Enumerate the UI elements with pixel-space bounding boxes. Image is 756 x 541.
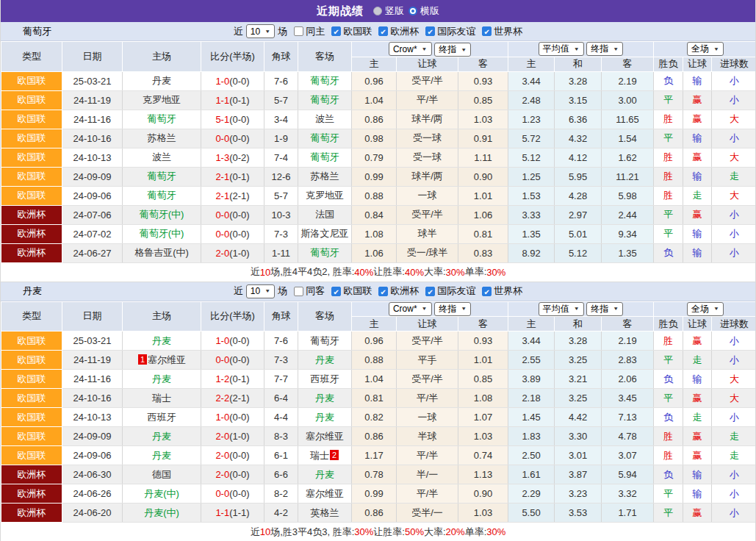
handicap-cell: 一球 [397, 408, 458, 427]
avg-draw-cell: 6.36 [555, 110, 602, 129]
goals-result-cell: 走 [712, 446, 756, 465]
home-team-cell: 葡萄牙 [123, 167, 201, 186]
avg-home-cell: 2.50 [508, 446, 555, 465]
goals-result-cell: 小 [712, 90, 756, 110]
halftime-score: (2-1) [229, 190, 249, 201]
competition-checkbox[interactable]: ✔ [331, 26, 341, 36]
score-cell: 0-0(0-0) [201, 224, 264, 243]
score-cell: 0-0(0-0) [201, 129, 264, 148]
handicap-result-cell: 走 [683, 408, 712, 427]
corner-cell: 8-3 [264, 427, 298, 446]
summary-segment: 10 [260, 526, 270, 537]
home-team-name: 葡萄牙 [148, 113, 176, 124]
competition-checkbox[interactable]: ✔ [378, 287, 388, 296]
same-venue-checkbox[interactable] [294, 287, 303, 296]
corner-cell: 7-6 [264, 332, 298, 351]
same-venue-checkbox[interactable] [294, 26, 303, 36]
home-team-name: 丹麦(中) [144, 507, 179, 518]
final-index-select[interactable]: 终指▼ [586, 42, 623, 56]
radio-icon[interactable] [408, 7, 417, 15]
goals-result-cell: 小 [712, 224, 756, 243]
avg-away-cell: 9.34 [602, 224, 654, 243]
handicap-cell: 受平/半 [397, 71, 458, 90]
date-cell: 24-06-20 [62, 504, 123, 523]
corner-cell: 6-6 [264, 465, 298, 484]
final-index-select-value: 终指 [439, 303, 456, 315]
fulltime-score: 2-0 [215, 469, 229, 480]
avg-home-cell: 5.72 [508, 129, 555, 148]
layout-radio-option[interactable]: 竖版 [373, 4, 404, 18]
fulltime-score: 1-0 [215, 76, 229, 87]
fulltime-score: 0-0 [215, 354, 229, 365]
sub-column-header: 让球 [397, 57, 458, 71]
competition-label: 国际友谊 [437, 25, 475, 38]
sub-column-header: 客 [602, 317, 654, 332]
away-team-name: 塞尔维亚 [306, 431, 344, 442]
filter-near-label: 近 [234, 25, 243, 38]
sub-column-header: 进球数 [712, 57, 756, 71]
average-select[interactable]: 平均值▼ [539, 302, 584, 316]
match-count-select[interactable]: 10▼ [246, 24, 275, 38]
date-cell: 24-06-30 [62, 465, 123, 484]
home-team-name: 葡萄牙 [148, 190, 176, 201]
avg-draw-cell: 5.01 [555, 224, 602, 243]
bookmaker-select[interactable]: Crow*▼ [389, 302, 432, 316]
avg-home-cell: 8.92 [508, 243, 555, 262]
competition-checkbox[interactable]: ✔ [482, 287, 492, 296]
table-row: 欧洲杯24-06-26丹麦(中)0-0(0-0)8-2塞尔维亚0.99平/半0.… [1, 484, 756, 504]
results-table: 类型日期主场比分(半场)角球客场Crow*▼ 终指▼平均值▼ 终指▼全场▼主让球… [1, 41, 756, 263]
avg-home-cell: 1.25 [508, 167, 555, 186]
title-bar: 近期战绩 竖版横版 [1, 0, 755, 22]
summary-segment: 让胜率: [373, 265, 405, 279]
competition-checkbox[interactable]: ✔ [378, 26, 388, 36]
final-index-select[interactable]: 终指▼ [434, 302, 471, 316]
scope-select[interactable]: 全场▼ [687, 42, 724, 56]
bookmaker-select[interactable]: Crow*▼ [389, 42, 432, 56]
competition-checkbox[interactable]: ✔ [425, 287, 435, 296]
score-cell: 2-1(2-1) [201, 186, 264, 205]
odds-away-cell: 1.13 [458, 465, 508, 484]
table-row: 欧国联24-10-16瑞士2-2(2-1)6-4丹麦0.81平/半1.082.1… [1, 389, 756, 408]
odds-away-cell: 1.03 [458, 427, 508, 446]
layout-radio-option[interactable]: 横版 [408, 4, 439, 18]
radio-icon[interactable] [373, 7, 382, 15]
goals-result-cell: 小 [712, 351, 756, 370]
match-count-select[interactable]: 10▼ [246, 284, 275, 298]
avg-home-cell: 3.44 [508, 71, 555, 90]
date-cell: 24-07-02 [62, 224, 123, 243]
type-cell: 欧洲杯 [1, 504, 62, 523]
away-team-name: 英格兰 [311, 507, 339, 518]
competition-checkbox[interactable]: ✔ [331, 287, 341, 296]
page-title: 近期战绩 [317, 4, 364, 18]
final-index-select[interactable]: 终指▼ [586, 302, 623, 316]
score-cell: 2-2(2-1) [201, 389, 264, 408]
odds-away-cell: 0.90 [458, 167, 508, 186]
result-cell: 平 [654, 484, 683, 504]
average-select[interactable]: 平均值▼ [539, 42, 584, 56]
avg-draw-cell: 3.87 [555, 465, 602, 484]
handicap-cell: 球半 [397, 224, 458, 243]
scope-select[interactable]: 全场▼ [687, 302, 724, 316]
score-cell: 2-0(0-0) [201, 446, 264, 465]
summary-segment: 大率: [424, 265, 446, 279]
fulltime-score: 2-2 [215, 393, 229, 404]
final-index-select[interactable]: 终指▼ [434, 43, 471, 57]
filter-band: 丹麦近10▼场同客✔欧国联✔欧洲杯✔国际友谊✔世界杯 [1, 282, 755, 301]
home-team-cell: 格鲁吉亚(中) [123, 243, 201, 262]
home-team-name: 克罗地亚 [143, 94, 181, 105]
type-cell: 欧国联 [1, 427, 62, 446]
competition-label: 世界杯 [494, 284, 522, 298]
competition-checkbox[interactable]: ✔ [482, 26, 492, 36]
type-cell: 欧国联 [1, 167, 62, 186]
away-team-name: 葡萄牙 [311, 151, 339, 162]
handicap-result-cell: 输 [683, 370, 712, 389]
goals-result-cell: 小 [712, 465, 756, 484]
competition-checkbox[interactable]: ✔ [425, 26, 435, 36]
away-team-cell: 斯洛文尼亚 [298, 224, 352, 243]
away-team-name: 克罗地亚 [306, 190, 344, 201]
away-team-name: 波兰 [315, 113, 334, 124]
odds-away-cell: 1.08 [458, 389, 508, 408]
avg-draw-cell: 5.95 [555, 167, 602, 186]
odds-home-cell: 1.06 [352, 243, 397, 262]
summary-segment: 10 [260, 267, 270, 278]
